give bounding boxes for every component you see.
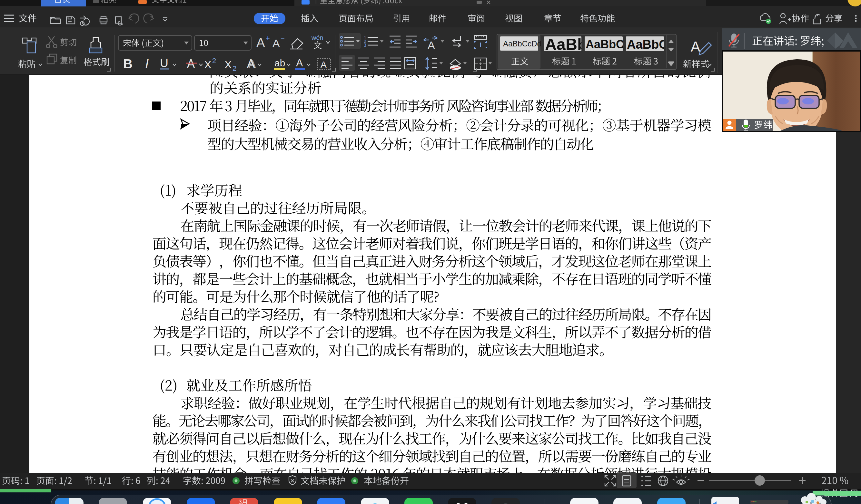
svg-text:X: X	[224, 58, 232, 71]
svg-text:+: +	[266, 34, 270, 42]
svg-text:−: −	[281, 34, 285, 42]
svg-text:A: A	[273, 37, 280, 49]
svg-text:ab: ab	[274, 58, 285, 68]
svg-text:3: 3	[364, 43, 366, 48]
svg-text:2: 2	[232, 65, 236, 72]
svg-text:AaBbCcDd: AaBbCcDd	[503, 39, 542, 48]
svg-text:I: I	[145, 57, 149, 71]
svg-text:wén: wén	[311, 34, 324, 41]
svg-text:A: A	[320, 60, 327, 70]
svg-text:A: A	[256, 36, 265, 50]
svg-text:B: B	[123, 57, 133, 71]
svg-text:U: U	[160, 56, 168, 70]
svg-text:A: A	[296, 57, 303, 69]
svg-text:2: 2	[212, 57, 216, 65]
svg-text:A: A	[428, 39, 435, 51]
svg-text:X: X	[204, 58, 211, 71]
svg-text:A: A	[247, 57, 255, 70]
svg-text:A: A	[691, 39, 700, 54]
